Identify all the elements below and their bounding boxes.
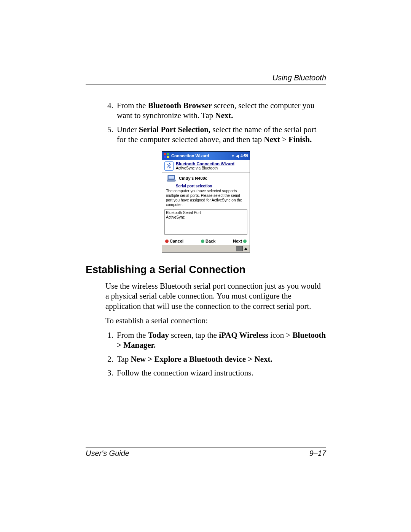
wizard-body: Bluetooth Connection Wizard ActiveSync v… — [162, 160, 250, 252]
selected-computer-row: Cindy's N400c — [162, 174, 250, 184]
section-header: Using Bluetooth — [86, 73, 326, 82]
wizard-title: Connection Wizard — [171, 153, 209, 158]
serial-step-2: Tap New > Explore a Bluetooth device > N… — [115, 354, 326, 364]
section-heading: Establishing a Serial Connection — [86, 264, 326, 276]
laptop-icon — [167, 175, 176, 182]
next-button[interactable]: Next — [233, 239, 247, 243]
page: Using Bluetooth From the Bluetooth Brows… — [0, 0, 411, 532]
header-rule — [86, 85, 326, 85]
page-footer: User's Guide 9–17 — [86, 447, 326, 458]
section-paragraph-2: To establish a serial connection: — [86, 316, 326, 326]
svg-rect-6 — [167, 180, 175, 181]
wizard-header-subtitle: ActiveSync via Bluetooth — [176, 166, 247, 170]
list-item[interactable]: ActiveSync — [166, 215, 246, 220]
list-item[interactable]: Bluetooth Serial Port — [166, 211, 246, 215]
svg-rect-2 — [164, 156, 166, 158]
speaker-icon: ◀ — [236, 154, 239, 158]
back-button[interactable]: Back — [201, 239, 215, 243]
svg-rect-1 — [167, 153, 169, 155]
back-icon — [201, 240, 204, 243]
next-icon — [243, 240, 247, 243]
serial-steps-list: From the Today screen, tap the iPAQ Wire… — [86, 330, 326, 378]
connection-icon: ✦ — [231, 154, 234, 158]
cancel-icon — [165, 240, 169, 243]
wizard-sip-bar — [162, 245, 250, 252]
serial-port-legend: Serial port selection — [162, 184, 250, 188]
wizard-titlebar: Connection Wizard ✦ ◀ 4:59 — [162, 152, 250, 160]
cancel-button[interactable]: Cancel — [165, 239, 183, 243]
continued-steps-list: From the Bluetooth Browser screen, selec… — [86, 101, 326, 144]
wizard-button-bar: Cancel Back Next — [162, 237, 250, 245]
wizard-header: Bluetooth Connection Wizard ActiveSync v… — [162, 160, 250, 171]
section-paragraph-1: Use the wireless Bluetooth serial port c… — [86, 281, 326, 311]
serial-step-3: Follow the connection wizard instruction… — [115, 368, 326, 378]
footer-rule — [86, 447, 326, 447]
titlebar-status: ✦ ◀ 4:59 — [231, 154, 248, 158]
serial-port-listbox[interactable]: Bluetooth Serial Port ActiveSync — [164, 209, 247, 235]
bluetooth-icon — [164, 161, 174, 171]
serial-port-help-text: The computer you have selected supports … — [162, 188, 250, 209]
content-area: Using Bluetooth From the Bluetooth Brows… — [86, 73, 326, 385]
keyboard-icon[interactable] — [236, 246, 243, 251]
windows-flag-icon — [164, 153, 170, 159]
step-4: From the Bluetooth Browser screen, selec… — [115, 101, 326, 121]
wizard-header-title: Bluetooth Connection Wizard — [176, 161, 247, 166]
clock-time: 4:59 — [241, 154, 248, 158]
footer-left: User's Guide — [86, 449, 129, 458]
svg-rect-0 — [164, 153, 166, 155]
footer-right: 9–17 — [309, 449, 327, 458]
step-5: Under Serial Port Selection, select the … — [115, 125, 326, 145]
computer-name: Cindy's N400c — [179, 176, 207, 181]
serial-step-1: From the Today screen, tap the iPAQ Wire… — [115, 330, 326, 350]
svg-rect-3 — [167, 156, 169, 158]
svg-rect-5 — [169, 176, 174, 179]
wizard-screenshot: Connection Wizard ✦ ◀ 4:59 Bluetooth Con… — [162, 151, 250, 252]
sip-up-icon[interactable] — [244, 248, 247, 250]
